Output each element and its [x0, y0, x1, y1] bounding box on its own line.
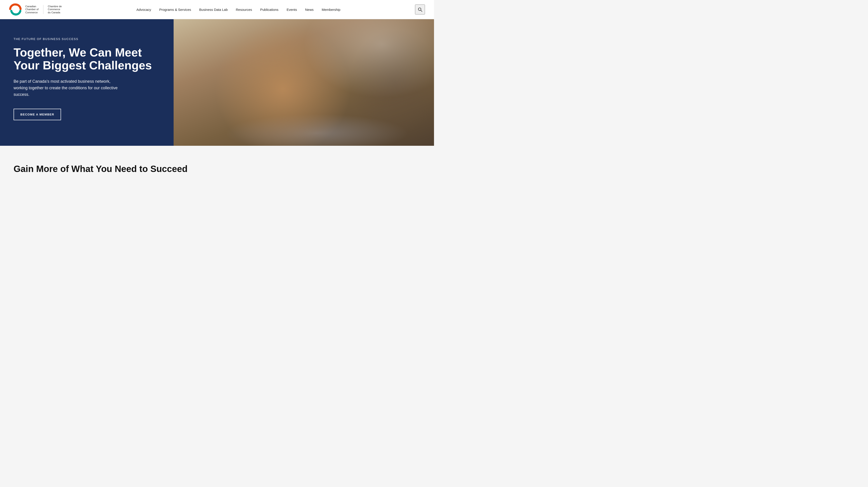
nav-item-news[interactable]: News [301, 0, 318, 19]
nav-item-publications[interactable]: Publications [256, 0, 283, 19]
become-member-button[interactable]: BECOME A MEMBER [13, 109, 61, 120]
nav-item-membership[interactable]: Membership [318, 0, 344, 19]
logo-divider [43, 5, 43, 14]
svg-line-2 [421, 10, 422, 11]
svg-point-0 [15, 13, 17, 15]
hero-body: Be part of Canada's most activated busin… [13, 78, 122, 98]
hero-title: Together, We Can Meet Your Biggest Chall… [13, 46, 160, 72]
nav-item-business-data-lab[interactable]: Business Data Lab [195, 0, 232, 19]
hero-photo [174, 19, 434, 146]
nav-item-advocacy[interactable]: Advocacy [132, 0, 155, 19]
nav-item-events[interactable]: Events [283, 0, 301, 19]
hero-left-panel: THE FUTURE OF BUSINESS SUCCESS Together,… [0, 19, 174, 146]
logo-area[interactable]: Canadian Chamber of Commerce Chambre de … [9, 3, 62, 16]
logo-graphic [9, 3, 23, 16]
nav-item-resources[interactable]: Resources [232, 0, 256, 19]
search-icon [417, 7, 423, 12]
gain-section-title: Gain More of What You Need to Succeed [13, 164, 421, 174]
nav-item-programs-services[interactable]: Programs & Services [155, 0, 195, 19]
logo-text-en: Canadian Chamber of Commerce [25, 5, 39, 14]
gain-section: Gain More of What You Need to Succeed [0, 146, 434, 185]
hero-section: THE FUTURE OF BUSINESS SUCCESS Together,… [0, 19, 434, 146]
hero-eyebrow: THE FUTURE OF BUSINESS SUCCESS [13, 37, 79, 41]
main-header: Canadian Chamber of Commerce Chambre de … [0, 0, 434, 19]
search-button[interactable] [415, 4, 425, 14]
main-nav: Advocacy Programs & Services Business Da… [62, 0, 415, 19]
hero-image [174, 19, 434, 146]
logo-text-fr: Chambre de Commerce du Canada [48, 5, 62, 14]
